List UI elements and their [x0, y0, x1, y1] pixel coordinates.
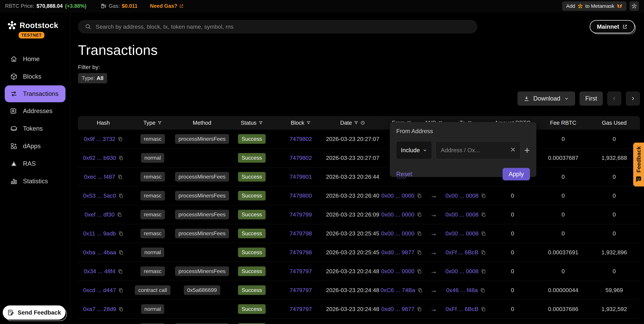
tx-hash-link[interactable]: 0x53 ... 5ac0 [83, 192, 116, 199]
tx-hash-link[interactable]: 0x34 ... 48f4 [84, 268, 115, 274]
copy-icon[interactable] [118, 156, 124, 160]
add-to-metamask-button[interactable]: Add to Metamask [562, 1, 626, 11]
column-header-type[interactable]: Type [128, 120, 177, 126]
to-address-link[interactable]: 0x00 ... 0008 [445, 230, 478, 237]
add-address-row-button[interactable]: + [524, 145, 530, 155]
block-link[interactable]: 7479797 [290, 287, 312, 294]
copy-icon[interactable] [118, 174, 123, 180]
sidebar-item-ras[interactable]: RAS [0, 155, 70, 172]
sidebar-item-statistics[interactable]: Statistics [0, 172, 70, 190]
chevron-down-icon [564, 96, 569, 101]
block-link[interactable]: 7479798 [290, 249, 312, 256]
from-address-link[interactable]: 0x00 ... 0000 [381, 230, 414, 237]
reset-link[interactable]: Reset [396, 170, 412, 178]
to-address-link[interactable]: 0x46 ... f48a [446, 287, 478, 294]
copy-icon[interactable] [117, 212, 122, 217]
tx-hash-link[interactable]: 0xba ... 4baa [83, 249, 116, 256]
tx-hash-link[interactable]: 0xef ... df30 [84, 211, 114, 218]
search-input[interactable] [78, 20, 477, 34]
block-link[interactable]: 7479800 [290, 192, 312, 199]
arrow-right-icon: → [430, 192, 437, 200]
sidebar-item-dapps[interactable]: dApps [0, 137, 70, 155]
copy-icon[interactable] [480, 288, 485, 293]
to-address-link[interactable]: 0xFf ... 6BcB [446, 306, 478, 312]
popup-title: From Address [396, 128, 530, 134]
copy-icon[interactable] [417, 306, 422, 312]
filter-funnel-icon[interactable] [158, 121, 162, 125]
copy-icon[interactable] [417, 269, 422, 274]
block-link[interactable]: 7479802 [290, 136, 312, 142]
to-address-link[interactable]: 0xFf ... 6BcB [446, 249, 478, 256]
from-address-link[interactable]: 0x00 ... 0000 [381, 211, 414, 218]
block-link[interactable]: 7479797 [290, 306, 312, 312]
sidebar-item-tokens[interactable]: Tokens [0, 120, 70, 137]
copy-icon[interactable] [417, 231, 422, 236]
sidebar-item-addresses[interactable]: Addresses [0, 102, 70, 120]
tx-hash-link[interactable]: 0x11 ... 9adb [83, 230, 116, 237]
from-address-link[interactable]: 0x00 ... 0000 [381, 268, 414, 274]
block-link[interactable]: 7479802 [290, 154, 312, 161]
mainnet-button[interactable]: Mainnet [590, 20, 635, 33]
clear-address-icon[interactable]: ✕ [510, 146, 516, 153]
status-cell: Success [227, 229, 276, 238]
copy-icon[interactable] [417, 250, 422, 255]
apply-button[interactable]: Apply [502, 168, 530, 180]
sidebar-item-blocks[interactable]: Blocks [0, 68, 70, 86]
to-address-link[interactable]: 0x00 ... 0008 [445, 268, 478, 274]
copy-icon[interactable] [417, 193, 422, 198]
column-header-status[interactable]: Status [227, 120, 276, 126]
tx-hash-link[interactable]: 0xa7 ... 28d9 [83, 306, 116, 312]
copy-icon[interactable] [118, 250, 124, 255]
copy-icon[interactable] [481, 306, 486, 312]
from-address-link[interactable]: 0xd0 ... 9877 [381, 249, 414, 256]
copy-icon[interactable] [418, 288, 423, 293]
filter-funnel-icon[interactable] [354, 121, 358, 125]
feedback-tab[interactable]: Feedback [633, 142, 644, 186]
copy-icon[interactable] [481, 269, 486, 274]
download-button[interactable]: Download [518, 92, 575, 106]
filter-funnel-icon[interactable] [306, 121, 311, 125]
copy-icon[interactable] [118, 193, 123, 198]
prev-page-button[interactable] [607, 92, 622, 106]
tx-hash-link[interactable]: 0x9f ... 3732 [84, 136, 115, 142]
column-header-date[interactable]: Date [325, 120, 380, 126]
arrow-right-icon: → [430, 268, 437, 275]
from-address-link[interactable]: 0xC6 ... 74Ba [380, 287, 415, 294]
next-page-button[interactable] [626, 92, 640, 106]
tx-hash-link[interactable]: 0x62 ... b930 [83, 154, 116, 161]
to-address-link[interactable]: 0x00 ... 0008 [445, 192, 478, 199]
copy-icon[interactable] [118, 136, 123, 142]
send-feedback-button[interactable]: Send Feedback [3, 306, 66, 320]
block-link[interactable]: 7479797 [290, 268, 312, 274]
copy-icon[interactable] [118, 288, 123, 293]
tx-hash-link[interactable]: 0xcd ... d447 [83, 287, 116, 294]
copy-icon[interactable] [118, 306, 124, 312]
method-chip-value: processMinersFees [175, 172, 229, 182]
block-link[interactable]: 7479799 [290, 211, 312, 218]
need-gas-link[interactable]: Need Gas? [150, 3, 184, 9]
address-input[interactable] [436, 141, 520, 159]
block-link[interactable]: 7479801 [290, 174, 312, 180]
copy-icon[interactable] [481, 193, 486, 198]
tx-hash-link[interactable]: 0xec ... f487 [84, 174, 115, 180]
include-dropdown[interactable]: Include [396, 141, 432, 159]
copy-icon[interactable] [481, 250, 486, 255]
from-address-link[interactable]: 0xd0 ... 9877 [381, 306, 414, 312]
first-page-button[interactable]: First [580, 92, 603, 106]
copy-icon[interactable] [118, 269, 123, 274]
type-filter-chip[interactable]: Type: All [78, 73, 107, 83]
copy-icon[interactable] [481, 212, 486, 217]
filter-funnel-icon[interactable] [258, 121, 263, 125]
block-link[interactable]: 7479798 [290, 230, 312, 237]
rootstock-collapse-button[interactable] [630, 1, 639, 11]
clock-icon[interactable] [360, 120, 365, 125]
brand[interactable]: Rootstock [0, 12, 70, 30]
copy-icon[interactable] [417, 212, 422, 217]
column-header-block[interactable]: Block [276, 120, 325, 126]
to-address-link[interactable]: 0x00 ... 0008 [445, 211, 478, 218]
copy-icon[interactable] [481, 231, 486, 236]
copy-icon[interactable] [118, 231, 123, 236]
from-address-link[interactable]: 0x00 ... 0000 [381, 192, 414, 199]
sidebar-item-home[interactable]: Home [0, 50, 70, 68]
sidebar-item-transactions[interactable]: Transactions [5, 86, 66, 102]
